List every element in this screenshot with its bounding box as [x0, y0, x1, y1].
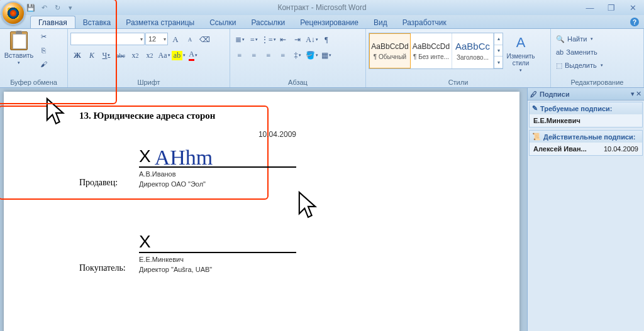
grow-font-icon: A: [172, 35, 178, 45]
required-signatures-section: ✎ Требуемые подписи: Е.Е.Минкевич: [529, 102, 643, 128]
group-styles-label: Стили: [369, 77, 548, 87]
window-title: Контракт - Microsoft Word: [277, 3, 366, 12]
signer-title: Директор ОАО "Эол": [139, 180, 296, 188]
valid-date: 10.04.2009: [604, 145, 638, 153]
style-preview: AaBbCcDd: [413, 42, 450, 51]
style-nospacing[interactable]: AaBbCcDd ¶ Без инте...: [411, 33, 452, 68]
signature-date: 10.04.2009: [258, 130, 296, 139]
style-name: Заголово...: [457, 54, 489, 61]
office-button[interactable]: [1, 1, 25, 25]
scroll-up-icon[interactable]: ▴: [494, 33, 502, 45]
font-color-button[interactable]: A: [186, 48, 200, 62]
signature-buyer[interactable]: X Е.Е.Минкевич Директор "Aušra, UAB": [139, 232, 296, 273]
group-edit-label: Редактирование: [553, 77, 641, 87]
document-page[interactable]: 13. Юридические адреса сторон Продавец: …: [4, 92, 519, 331]
pane-close-icon[interactable]: ✕: [636, 90, 641, 98]
shading-button[interactable]: 🪣: [305, 48, 319, 62]
valid-header: 📜 Действительные подписи:: [530, 131, 642, 143]
signer-name: Е.Е.Минкевич: [139, 256, 296, 263]
tab-dev[interactable]: Разработчик: [395, 16, 454, 28]
maximize-button[interactable]: ❐: [604, 3, 619, 13]
style-name: ¶ Обычный: [374, 53, 406, 60]
eraser-icon: ⌫: [199, 35, 210, 45]
line-spacing-button[interactable]: ‡: [291, 48, 304, 62]
style-heading[interactable]: AaBbCc Заголово...: [452, 33, 494, 68]
style-name: ¶ Без инте...: [413, 53, 449, 60]
font-size-combo[interactable]: 12: [145, 33, 168, 45]
replace-button[interactable]: abЗаменить: [553, 46, 606, 58]
signature-x: X: [139, 232, 151, 252]
change-case-button[interactable]: Aa: [157, 48, 171, 62]
required-item[interactable]: Е.Е.Минкевич: [530, 114, 642, 127]
borders-button[interactable]: ▦: [319, 48, 333, 62]
pen-icon: ✎: [532, 104, 538, 112]
binoculars-icon: 🔍: [556, 35, 565, 43]
group-editing: 🔍Найти▾ abЗаменить ⬚Выделить▾ Редактиров…: [551, 29, 644, 87]
signer-name: А.В.Иванов: [139, 170, 296, 178]
indent-button[interactable]: ⇥: [291, 33, 304, 46]
numbering-button[interactable]: ≡: [247, 33, 261, 46]
pilcrow-icon: ¶: [325, 35, 328, 45]
valid-name: Алексей Иван...: [533, 145, 587, 153]
style-gallery[interactable]: AaBbCcDd ¶ Обычный AaBbCcDd ¶ Без инте..…: [369, 33, 503, 69]
style-preview: AaBbCc: [455, 41, 490, 52]
pane-icon: 🖊: [530, 90, 537, 98]
change-styles-button[interactable]: A Изменить стили ▾: [504, 33, 537, 75]
document-area[interactable]: 13. Юридические адреса сторон Продавец: …: [0, 88, 527, 331]
valid-item[interactable]: Алексей Иван... 10.04.2009: [530, 143, 642, 155]
required-header-label: Требуемые подписи:: [540, 105, 612, 112]
close-button[interactable]: ✕: [625, 3, 640, 13]
bucket-icon: 🪣: [306, 51, 315, 60]
group-styles: AaBbCcDd ¶ Обычный AaBbCcDd ¶ Без инте..…: [366, 29, 551, 87]
group-para-label: Абзац: [233, 77, 363, 87]
align-left-icon: ≡: [238, 51, 242, 60]
font-color-icon: A: [189, 50, 194, 61]
style-preview: AaBbCcDd: [371, 42, 408, 51]
tab-mail[interactable]: Рассылки: [243, 16, 292, 28]
highlight-button[interactable]: ab: [172, 48, 186, 62]
tab-view[interactable]: Вид: [366, 16, 395, 28]
style-normal[interactable]: AaBbCcDd ¶ Обычный: [369, 33, 411, 68]
sort-button[interactable]: A↓: [305, 33, 319, 46]
valid-signatures-section: 📜 Действительные подписи: Алексей Иван..…: [529, 130, 643, 156]
align-center-icon: ≡: [252, 51, 257, 60]
bullets-icon: ≣: [235, 35, 242, 45]
pane-menu-icon[interactable]: ▾: [631, 90, 635, 98]
multilevel-icon: ⋮≡: [261, 35, 273, 45]
find-label: Найти: [567, 35, 587, 43]
show-marks-button[interactable]: ¶: [319, 33, 333, 46]
indent-icon: ⇥: [294, 35, 301, 45]
grow-font-button[interactable]: A: [169, 33, 182, 46]
select-button[interactable]: ⬚Выделить▾: [553, 59, 606, 72]
tab-review[interactable]: Рецензирование: [292, 16, 366, 28]
find-button[interactable]: 🔍Найти▾: [553, 33, 606, 45]
sort-icon: A↓: [306, 35, 315, 45]
replace-label: Заменить: [566, 48, 597, 56]
gallery-scroll[interactable]: ▴ ▾ ▾: [494, 33, 502, 68]
outdent-button[interactable]: ⇤: [276, 33, 290, 46]
align-center-button[interactable]: ≡: [247, 48, 261, 62]
bullets-button[interactable]: ≣: [233, 33, 247, 46]
pane-title-bar[interactable]: 🖊 Подписи ▾✕: [528, 88, 644, 100]
signature-handwriting: AHhm: [155, 151, 213, 164]
signature-x: X: [139, 146, 151, 166]
multilevel-button[interactable]: ⋮≡: [262, 33, 275, 46]
shrink-font-button[interactable]: A: [183, 33, 197, 46]
justify-icon: ≡: [281, 51, 286, 60]
align-right-button[interactable]: ≡: [262, 48, 275, 62]
highlight-icon: ab: [172, 51, 182, 60]
gallery-expand-icon[interactable]: ▾: [494, 57, 502, 68]
tab-layout[interactable]: Разметка страницы: [118, 16, 202, 28]
help-icon[interactable]: ?: [630, 18, 639, 26]
signature-seller[interactable]: 10.04.2009 X AHhm А.В.Иванов Директор ОА…: [139, 146, 296, 188]
change-styles-label: Изменить стили: [504, 53, 537, 67]
minimize-button[interactable]: —: [582, 3, 597, 13]
scroll-down-icon[interactable]: ▾: [494, 45, 502, 57]
justify-button[interactable]: ≡: [276, 48, 290, 62]
tab-refs[interactable]: Ссылки: [202, 16, 243, 28]
align-left-button[interactable]: ≡: [233, 48, 247, 62]
clear-format-button[interactable]: ⌫: [197, 33, 211, 46]
required-name: Е.Е.Минкевич: [533, 117, 580, 124]
subscript-button[interactable]: x2: [128, 48, 142, 62]
superscript-button[interactable]: x2: [143, 48, 157, 62]
